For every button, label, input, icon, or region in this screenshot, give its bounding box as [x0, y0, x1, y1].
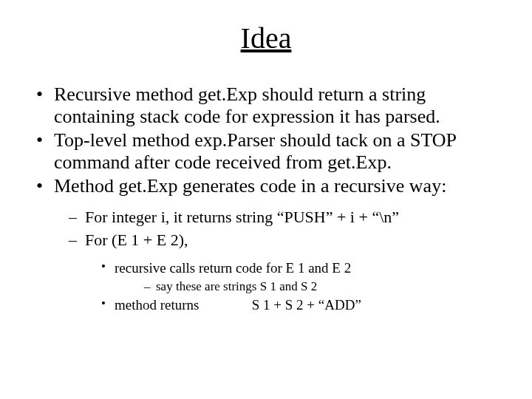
- subsub-list-2: method returns S 1 + S 2 + “ADD”: [101, 296, 499, 315]
- bullet-list: Recursive method get.Exp should return a…: [33, 83, 499, 197]
- subsub-item: recursive calls return code for E 1 and …: [101, 259, 499, 278]
- subsub-list: recursive calls return code for E 1 and …: [101, 259, 499, 278]
- sub-list: For integer i, it returns string “PUSH” …: [69, 207, 499, 250]
- subsub-text: recursive calls return code for E 1 and …: [115, 260, 351, 276]
- subsub-text: method returns S 1 + S 2 + “ADD”: [115, 297, 361, 313]
- deep-item: say these are strings S 1 and S 2: [144, 279, 499, 296]
- subsub-item: method returns S 1 + S 2 + “ADD”: [101, 296, 499, 315]
- bullet-text: Recursive method get.Exp should return a…: [54, 83, 440, 127]
- bullet-item: Top-level method exp.Parser should tack …: [33, 129, 499, 174]
- bullet-item: Method get.Exp generates code in a recur…: [33, 175, 499, 197]
- sub-item: For (E 1 + E 2),: [69, 230, 499, 251]
- sub-text: For (E 1 + E 2),: [85, 231, 188, 249]
- sub-text: For integer i, it returns string “PUSH” …: [85, 208, 399, 226]
- slide: Idea Recursive method get.Exp should ret…: [0, 0, 532, 399]
- deep-list: say these are strings S 1 and S 2: [144, 279, 499, 296]
- sub-item: For integer i, it returns string “PUSH” …: [69, 207, 499, 228]
- bullet-item: Recursive method get.Exp should return a…: [33, 83, 499, 128]
- bullet-text: Method get.Exp generates code in a recur…: [54, 175, 446, 197]
- deep-text: say these are strings S 1 and S 2: [156, 279, 317, 293]
- bullet-text: Top-level method exp.Parser should tack …: [54, 129, 456, 173]
- slide-title: Idea: [33, 21, 499, 55]
